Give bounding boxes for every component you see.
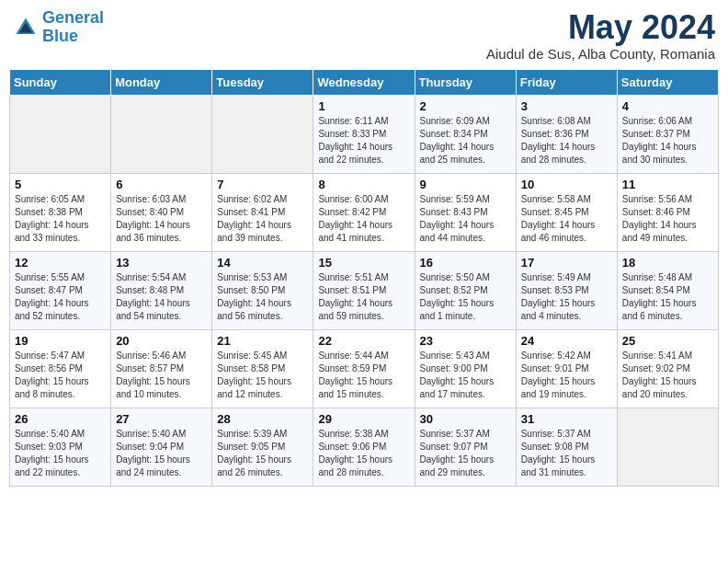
cell-info: Sunrise: 6:06 AM Sunset: 8:37 PM Dayligh… <box>622 115 713 167</box>
day-of-week-header: Thursday <box>415 69 516 95</box>
cell-info: Sunrise: 5:48 AM Sunset: 8:54 PM Dayligh… <box>622 271 713 323</box>
calendar-cell <box>617 408 718 486</box>
calendar-week-row: 1Sunrise: 6:11 AM Sunset: 8:33 PM Daylig… <box>10 95 719 173</box>
cell-info: Sunrise: 5:45 AM Sunset: 8:58 PM Dayligh… <box>217 350 308 401</box>
day-number: 2 <box>420 99 511 113</box>
calendar-cell <box>212 95 313 173</box>
cell-info: Sunrise: 5:59 AM Sunset: 8:43 PM Dayligh… <box>420 193 511 245</box>
day-header-row: SundayMondayTuesdayWednesdayThursdayFrid… <box>10 69 719 95</box>
cell-info: Sunrise: 5:37 AM Sunset: 9:07 PM Dayligh… <box>420 428 511 479</box>
day-number: 14 <box>217 256 308 270</box>
calendar-cell: 17Sunrise: 5:49 AM Sunset: 8:53 PM Dayli… <box>516 251 617 329</box>
logo: General Blue <box>13 9 104 46</box>
calendar-cell <box>111 95 212 173</box>
day-of-week-header: Friday <box>516 69 617 95</box>
cell-info: Sunrise: 5:56 AM Sunset: 8:46 PM Dayligh… <box>622 193 713 245</box>
calendar-cell: 1Sunrise: 6:11 AM Sunset: 8:33 PM Daylig… <box>313 95 415 173</box>
calendar-cell: 23Sunrise: 5:43 AM Sunset: 9:00 PM Dayli… <box>415 329 516 408</box>
month-title: May 2024 <box>486 9 715 46</box>
calendar-cell: 21Sunrise: 5:45 AM Sunset: 8:58 PM Dayli… <box>212 329 313 408</box>
day-number: 31 <box>521 412 612 426</box>
day-number: 9 <box>420 178 511 191</box>
day-number: 1 <box>318 99 409 113</box>
day-number: 26 <box>15 412 106 426</box>
calendar-table: SundayMondayTuesdayWednesdayThursdayFrid… <box>9 69 719 487</box>
calendar-cell: 24Sunrise: 5:42 AM Sunset: 9:01 PM Dayli… <box>516 329 617 408</box>
day-number: 6 <box>116 178 207 191</box>
cell-info: Sunrise: 5:40 AM Sunset: 9:04 PM Dayligh… <box>116 428 207 479</box>
cell-info: Sunrise: 6:05 AM Sunset: 8:38 PM Dayligh… <box>15 193 106 245</box>
day-of-week-header: Tuesday <box>212 69 313 95</box>
cell-info: Sunrise: 5:41 AM Sunset: 9:02 PM Dayligh… <box>622 350 713 401</box>
calendar-cell: 8Sunrise: 6:00 AM Sunset: 8:42 PM Daylig… <box>313 173 415 251</box>
cell-info: Sunrise: 5:39 AM Sunset: 9:05 PM Dayligh… <box>217 428 308 479</box>
day-number: 20 <box>116 334 207 348</box>
cell-info: Sunrise: 6:09 AM Sunset: 8:34 PM Dayligh… <box>420 115 511 167</box>
day-number: 7 <box>217 178 308 191</box>
day-number: 19 <box>15 334 106 348</box>
calendar-cell: 11Sunrise: 5:56 AM Sunset: 8:46 PM Dayli… <box>617 173 718 251</box>
cell-info: Sunrise: 5:37 AM Sunset: 9:08 PM Dayligh… <box>521 428 612 479</box>
day-number: 22 <box>318 334 409 348</box>
calendar-cell: 27Sunrise: 5:40 AM Sunset: 9:04 PM Dayli… <box>111 408 212 486</box>
day-number: 27 <box>116 412 207 426</box>
calendar-week-row: 26Sunrise: 5:40 AM Sunset: 9:03 PM Dayli… <box>10 408 719 486</box>
cell-info: Sunrise: 5:50 AM Sunset: 8:52 PM Dayligh… <box>420 271 511 323</box>
logo-icon <box>13 15 39 40</box>
calendar-cell: 5Sunrise: 6:05 AM Sunset: 8:38 PM Daylig… <box>10 173 111 251</box>
day-number: 30 <box>420 412 511 426</box>
calendar-cell: 30Sunrise: 5:37 AM Sunset: 9:07 PM Dayli… <box>415 408 516 486</box>
calendar-cell: 18Sunrise: 5:48 AM Sunset: 8:54 PM Dayli… <box>617 251 718 329</box>
day-number: 25 <box>622 334 713 348</box>
calendar-cell: 29Sunrise: 5:38 AM Sunset: 9:06 PM Dayli… <box>313 408 415 486</box>
calendar-cell: 22Sunrise: 5:44 AM Sunset: 8:59 PM Dayli… <box>313 329 415 408</box>
location: Aiudul de Sus, Alba County, Romania <box>486 46 715 62</box>
calendar-cell: 26Sunrise: 5:40 AM Sunset: 9:03 PM Dayli… <box>10 408 111 486</box>
cell-info: Sunrise: 6:00 AM Sunset: 8:42 PM Dayligh… <box>318 193 409 245</box>
calendar-cell: 19Sunrise: 5:47 AM Sunset: 8:56 PM Dayli… <box>10 329 111 408</box>
calendar-cell: 6Sunrise: 6:03 AM Sunset: 8:40 PM Daylig… <box>111 173 212 251</box>
calendar-cell: 16Sunrise: 5:50 AM Sunset: 8:52 PM Dayli… <box>415 251 516 329</box>
calendar-cell: 25Sunrise: 5:41 AM Sunset: 9:02 PM Dayli… <box>617 329 718 408</box>
calendar-cell: 12Sunrise: 5:55 AM Sunset: 8:47 PM Dayli… <box>10 251 111 329</box>
cell-info: Sunrise: 6:11 AM Sunset: 8:33 PM Dayligh… <box>318 115 409 167</box>
cell-info: Sunrise: 6:08 AM Sunset: 8:36 PM Dayligh… <box>521 115 612 167</box>
day-number: 24 <box>521 334 612 348</box>
cell-info: Sunrise: 5:55 AM Sunset: 8:47 PM Dayligh… <box>15 271 106 323</box>
calendar-cell: 7Sunrise: 6:02 AM Sunset: 8:41 PM Daylig… <box>212 173 313 251</box>
calendar-cell: 14Sunrise: 5:53 AM Sunset: 8:50 PM Dayli… <box>212 251 313 329</box>
cell-info: Sunrise: 5:53 AM Sunset: 8:50 PM Dayligh… <box>217 271 308 323</box>
calendar-cell: 10Sunrise: 5:58 AM Sunset: 8:45 PM Dayli… <box>516 173 617 251</box>
cell-info: Sunrise: 5:51 AM Sunset: 8:51 PM Dayligh… <box>318 271 409 323</box>
calendar-cell: 3Sunrise: 6:08 AM Sunset: 8:36 PM Daylig… <box>516 95 617 173</box>
cell-info: Sunrise: 5:43 AM Sunset: 9:00 PM Dayligh… <box>420 350 511 401</box>
calendar-week-row: 19Sunrise: 5:47 AM Sunset: 8:56 PM Dayli… <box>10 329 719 408</box>
day-number: 21 <box>217 334 308 348</box>
day-number: 28 <box>217 412 308 426</box>
title-block: May 2024 Aiudul de Sus, Alba County, Rom… <box>486 9 715 62</box>
page-header: General Blue May 2024 Aiudul de Sus, Alb… <box>9 9 719 62</box>
calendar-cell: 9Sunrise: 5:59 AM Sunset: 8:43 PM Daylig… <box>415 173 516 251</box>
day-number: 17 <box>521 256 612 270</box>
calendar-cell <box>10 95 111 173</box>
calendar-cell: 28Sunrise: 5:39 AM Sunset: 9:05 PM Dayli… <box>212 408 313 486</box>
calendar-cell: 2Sunrise: 6:09 AM Sunset: 8:34 PM Daylig… <box>415 95 516 173</box>
day-number: 23 <box>420 334 511 348</box>
calendar-body: 1Sunrise: 6:11 AM Sunset: 8:33 PM Daylig… <box>10 95 719 486</box>
calendar-cell: 31Sunrise: 5:37 AM Sunset: 9:08 PM Dayli… <box>516 408 617 486</box>
day-number: 29 <box>318 412 409 426</box>
day-number: 8 <box>318 178 409 191</box>
cell-info: Sunrise: 5:49 AM Sunset: 8:53 PM Dayligh… <box>521 271 612 323</box>
calendar-cell: 4Sunrise: 6:06 AM Sunset: 8:37 PM Daylig… <box>617 95 718 173</box>
cell-info: Sunrise: 5:44 AM Sunset: 8:59 PM Dayligh… <box>318 350 409 401</box>
day-of-week-header: Wednesday <box>313 69 415 95</box>
cell-info: Sunrise: 5:54 AM Sunset: 8:48 PM Dayligh… <box>116 271 207 323</box>
cell-info: Sunrise: 6:02 AM Sunset: 8:41 PM Dayligh… <box>217 193 308 245</box>
day-of-week-header: Sunday <box>10 69 111 95</box>
day-number: 11 <box>622 178 713 191</box>
day-number: 15 <box>318 256 409 270</box>
cell-info: Sunrise: 5:38 AM Sunset: 9:06 PM Dayligh… <box>318 428 409 479</box>
cell-info: Sunrise: 6:03 AM Sunset: 8:40 PM Dayligh… <box>116 193 207 245</box>
cell-info: Sunrise: 5:58 AM Sunset: 8:45 PM Dayligh… <box>521 193 612 245</box>
cell-info: Sunrise: 5:42 AM Sunset: 9:01 PM Dayligh… <box>521 350 612 401</box>
